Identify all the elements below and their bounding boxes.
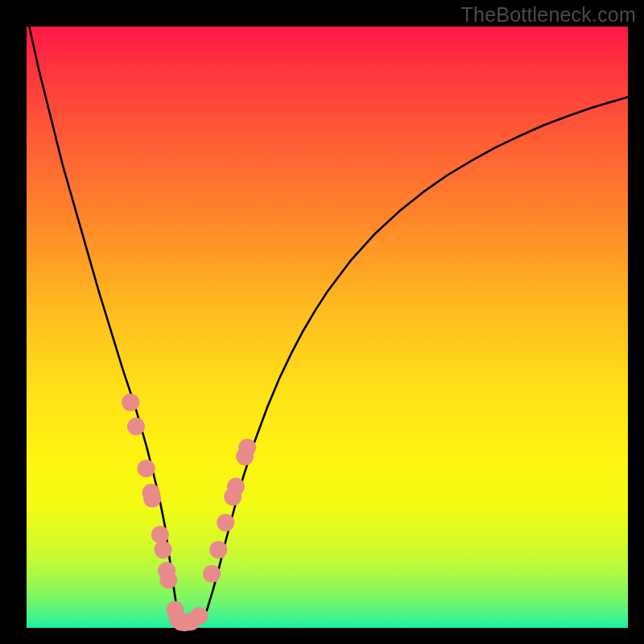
data-marker [155, 541, 172, 559]
data-marker [143, 489, 161, 507]
data-marker [122, 394, 139, 411]
data-marker [217, 514, 234, 531]
data-marker [203, 565, 221, 583]
data-marker [151, 526, 169, 543]
chart-svg [27, 27, 628, 628]
data-marker [227, 477, 245, 495]
data-marker [190, 607, 208, 625]
data-marker [138, 460, 155, 477]
marker-layer [122, 394, 256, 631]
data-marker [159, 571, 177, 588]
data-marker [127, 418, 145, 436]
chart-frame: TheBottleneck.com [0, 0, 644, 644]
gradient-plot-area [27, 27, 628, 628]
data-marker [209, 541, 227, 559]
bottleneck-curve [27, 14, 628, 625]
data-marker [238, 439, 256, 456]
watermark-text: TheBottleneck.com [461, 3, 636, 27]
